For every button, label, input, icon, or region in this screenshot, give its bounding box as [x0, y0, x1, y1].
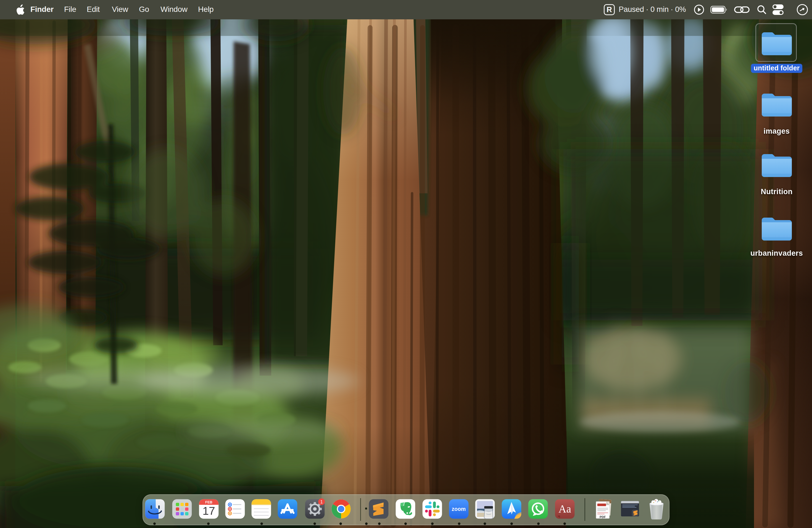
svg-text:PDF: PDF: [599, 515, 606, 518]
svg-text:zoom: zoom: [452, 506, 466, 512]
svg-text:FEB: FEB: [205, 500, 213, 504]
svg-text:1: 1: [320, 500, 323, 504]
svg-text:Aa: Aa: [559, 503, 571, 515]
svg-text:17: 17: [202, 504, 215, 517]
